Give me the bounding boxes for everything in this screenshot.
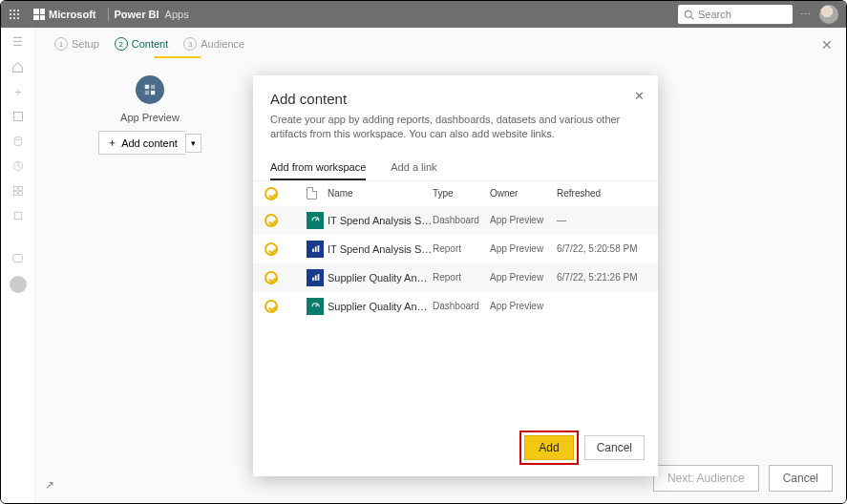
step-audience[interactable]: 3Audience (183, 37, 244, 51)
metrics-icon[interactable] (11, 159, 25, 173)
row-checkbox[interactable] (265, 214, 278, 227)
dashboard-icon (307, 212, 324, 229)
workspaces-icon[interactable] (11, 251, 25, 264)
add-content-modal: ✕ Add content Create your app by adding … (253, 75, 658, 476)
content-table-header: Name Type Owner Refreshed (253, 180, 658, 206)
add-content-button[interactable]: ＋Add content (98, 131, 185, 155)
table-row[interactable]: IT Spend Analysis SampleReportApp Previe… (253, 235, 658, 263)
expand-nav-icon[interactable]: ↗ (45, 478, 54, 492)
add-content-split-button: ＋Add content ▾ (98, 131, 201, 155)
modal-cancel-button[interactable]: Cancel (584, 435, 645, 460)
svg-rect-14 (13, 187, 17, 191)
main-content: ✕ 1Setup 2Content 3Audience App Preview … (35, 28, 846, 503)
search-input[interactable]: Search (678, 5, 793, 24)
step-audience-label: Audience (201, 38, 244, 50)
add-button-highlight: Add (519, 430, 578, 465)
add-content-label: Add content (121, 137, 178, 149)
header-divider (108, 8, 109, 21)
row-type: Report (433, 243, 490, 254)
svg-rect-19 (145, 85, 149, 89)
row-type: Dashboard (433, 301, 490, 311)
modal-close-icon[interactable]: ✕ (634, 89, 645, 103)
row-name: Supplier Quality Analysis (328, 272, 433, 284)
modal-description: Create your app by adding reports, dashb… (270, 113, 641, 142)
wizard-footer: Next: Audience Cancel (653, 465, 833, 492)
browse-icon[interactable] (11, 110, 25, 123)
tab-add-a-link[interactable]: Add a link (391, 161, 436, 180)
tab-add-from-workspace[interactable]: Add from workspace (270, 161, 366, 180)
row-checkbox[interactable] (265, 271, 278, 284)
svg-line-30 (315, 304, 317, 306)
svg-point-6 (10, 17, 11, 19)
svg-rect-24 (312, 249, 314, 252)
my-workspace-icon[interactable] (10, 276, 27, 293)
svg-point-7 (13, 17, 15, 19)
wizard-cancel-button[interactable]: Cancel (769, 465, 833, 492)
modal-title: Add content (270, 91, 641, 107)
app-header: Microsoft Power BI Apps Search ⋯ (1, 1, 846, 28)
table-row[interactable]: Supplier Quality AnalysisReportApp Previ… (253, 263, 658, 292)
row-refreshed: 6/7/22, 5:21:26 PM (557, 272, 646, 283)
row-checkbox[interactable] (265, 242, 278, 256)
row-type: Report (433, 272, 490, 283)
modal-footer: Add Cancel (253, 419, 658, 476)
search-placeholder: Search (698, 9, 731, 20)
modal-add-button[interactable]: Add (524, 435, 573, 460)
svg-point-2 (17, 10, 19, 11)
app-tile-icon[interactable] (136, 75, 164, 104)
row-name: IT Spend Analysis Sample (328, 243, 433, 255)
user-avatar[interactable] (819, 5, 838, 24)
section-label: Apps (165, 9, 189, 20)
svg-point-0 (10, 10, 11, 11)
select-all-checkbox[interactable] (265, 187, 278, 200)
app-launcher-icon[interactable] (1, 9, 28, 20)
svg-rect-17 (18, 192, 22, 196)
svg-line-23 (315, 219, 317, 220)
microsoft-logo: Microsoft (28, 9, 102, 20)
svg-rect-28 (314, 276, 316, 282)
more-options-icon[interactable]: ⋯ (793, 9, 819, 21)
microsoft-logo-icon (33, 9, 45, 20)
svg-rect-15 (18, 187, 22, 191)
table-row[interactable]: IT Spend Analysis SampleDashboardApp Pre… (253, 206, 658, 235)
row-owner: App Preview (490, 215, 557, 225)
menu-icon[interactable]: ☰ (11, 35, 25, 49)
svg-point-5 (17, 13, 19, 15)
svg-point-9 (685, 10, 691, 17)
add-content-dropdown[interactable]: ▾ (185, 134, 201, 153)
table-row[interactable]: Supplier Quality Analysis S...DashboardA… (253, 292, 658, 321)
plus-icon[interactable]: ＋ (11, 85, 25, 98)
active-step-underline (155, 56, 201, 58)
row-checkbox[interactable] (265, 300, 278, 313)
svg-rect-16 (13, 192, 17, 196)
row-name: IT Spend Analysis Sample (328, 215, 433, 226)
home-icon[interactable] (11, 60, 25, 74)
col-type: Type (433, 188, 490, 199)
svg-rect-29 (317, 274, 319, 281)
svg-rect-11 (13, 113, 22, 121)
svg-point-3 (10, 13, 11, 15)
row-name: Supplier Quality Analysis S... (328, 301, 433, 312)
side-nav: ☰ ＋ (1, 28, 35, 503)
col-refreshed: Refreshed (557, 188, 646, 199)
content-table-body: IT Spend Analysis SampleDashboardApp Pre… (253, 206, 658, 321)
step-setup-label: Setup (72, 38, 99, 50)
apps-icon[interactable] (11, 184, 25, 198)
search-icon (684, 10, 694, 20)
row-type: Dashboard (433, 215, 490, 225)
svg-rect-22 (151, 91, 155, 94)
step-setup[interactable]: 1Setup (54, 37, 99, 51)
data-hub-icon[interactable] (11, 135, 25, 148)
svg-point-1 (13, 10, 15, 11)
close-wizard-icon[interactable]: ✕ (821, 37, 833, 52)
col-owner: Owner (490, 188, 557, 199)
learn-icon[interactable] (11, 209, 25, 222)
svg-point-4 (13, 13, 15, 15)
modal-tabs: Add from workspace Add a link (253, 152, 658, 180)
row-refreshed: — (557, 215, 646, 225)
step-content-label: Content (132, 38, 169, 50)
next-audience-button[interactable]: Next: Audience (653, 465, 759, 492)
row-refreshed: 6/7/22, 5:20:58 PM (557, 243, 646, 254)
app-preview-title: App Preview (120, 112, 180, 123)
step-content[interactable]: 2Content (115, 37, 169, 51)
